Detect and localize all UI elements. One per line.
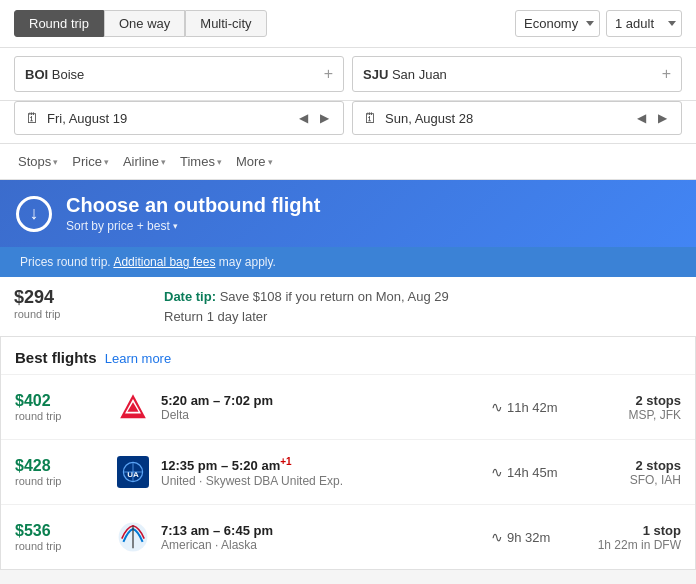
flight-stops-detail-2: 1h 22m in DFW [591, 538, 681, 552]
passengers-select[interactable]: 1 adult 2 adults 3 adults [606, 10, 682, 37]
flight-times-1: 12:35 pm – 5:20 am+1 United · Skywest DB… [161, 456, 481, 487]
times-filter[interactable]: Times ▾ [176, 152, 226, 171]
flight-round-trip-label-2: round trip [15, 540, 105, 552]
sort-chevron-icon: ▾ [173, 221, 178, 231]
date-row: 🗓 Fri, August 19 ◀ ▶ 🗓 Sun, August 28 ◀ … [0, 101, 696, 144]
airline-logo-2 [115, 519, 151, 555]
airline-filter[interactable]: Airline ▾ [119, 152, 170, 171]
flight-airline-name-1: United · Skywest DBA United Exp. [161, 474, 481, 488]
cabin-select[interactable]: Economy Business First [515, 10, 600, 37]
flight-stops-count-1: 2 stops [591, 458, 681, 473]
more-chevron-icon: ▾ [268, 157, 273, 167]
round-trip-button[interactable]: Round trip [14, 10, 104, 37]
flight-airline-name-2: American · Alaska [161, 538, 481, 552]
flight-price-0: $402 round trip [15, 392, 105, 422]
down-arrow-circle: ↓ [16, 196, 52, 232]
depart-cal-icon: 🗓 [25, 110, 39, 126]
depart-date-arrows: ◀ ▶ [295, 109, 333, 127]
sort-by-button[interactable]: Sort by price + best ▾ [66, 219, 320, 233]
depart-date-field[interactable]: 🗓 Fri, August 19 ◀ ▶ [14, 101, 344, 135]
flight-row[interactable]: $428 round trip UA 12:35 pm – 5:20 am+1 … [1, 440, 695, 505]
flight-time-range-1: 12:35 pm – 5:20 am+1 [161, 456, 481, 473]
sort-by-label: Sort by price + best [66, 219, 170, 233]
add-origin-icon[interactable]: + [324, 65, 333, 83]
date-tip-label: Date tip: [164, 289, 216, 304]
flight-stops-0: 2 stops MSP, JFK [591, 393, 681, 422]
top-bar: Round trip One way Multi-city Economy Bu… [0, 0, 696, 48]
main-container: Round trip One way Multi-city Economy Bu… [0, 0, 696, 570]
price-filter[interactable]: Price ▾ [68, 152, 113, 171]
wifi-icon-1: ∿ [491, 464, 503, 480]
destination-field[interactable]: SJU San Juan + [352, 56, 682, 92]
prices-notice-text: Prices round trip. [20, 255, 111, 269]
more-filter-label: More [236, 154, 266, 169]
flight-wifi-0: ∿ 11h 42m [491, 399, 581, 415]
airline-logo-1: UA [115, 454, 151, 490]
multi-city-button[interactable]: Multi-city [185, 10, 266, 37]
flights-list: $402 round trip 5:20 am – 7:02 pm Delta … [1, 375, 695, 569]
bag-fees-link[interactable]: Additional bag fees [113, 255, 215, 269]
return-date-arrows: ◀ ▶ [633, 109, 671, 127]
flight-time-range-2: 7:13 am – 6:45 pm [161, 523, 481, 538]
return-next-arrow[interactable]: ▶ [654, 109, 671, 127]
bag-fees-suffix: may apply. [219, 255, 276, 269]
return-date-text: Sun, August 28 [385, 111, 625, 126]
flight-duration-0: 11h 42m [507, 400, 558, 415]
add-dest-icon[interactable]: + [662, 65, 671, 83]
date-tip-row: $294 round trip Date tip: Save $108 if y… [0, 277, 696, 337]
flight-row[interactable]: $402 round trip 5:20 am – 7:02 pm Delta … [1, 375, 695, 440]
stops-filter[interactable]: Stops ▾ [14, 152, 62, 171]
date-tip-price: $294 round trip [14, 287, 104, 320]
down-arrow-icon: ↓ [30, 203, 39, 224]
one-way-button[interactable]: One way [104, 10, 185, 37]
best-flights-header: Best flights Learn more [1, 337, 695, 375]
prices-notice: Prices round trip. Additional bag fees m… [0, 247, 696, 277]
date-tip-round-trip-label: round trip [14, 308, 104, 320]
flight-price-value-2: $536 [15, 522, 105, 540]
flight-times-0: 5:20 am – 7:02 pm Delta [161, 393, 481, 422]
origin-field[interactable]: BOI Boise + [14, 56, 344, 92]
date-tip-main: Date tip: Save $108 if you return on Mon… [164, 287, 682, 307]
more-filter[interactable]: More ▾ [232, 152, 277, 171]
flight-round-trip-label-0: round trip [15, 410, 105, 422]
best-flights-section: Best flights Learn more $402 round trip … [0, 337, 696, 570]
flight-price-value-0: $402 [15, 392, 105, 410]
flight-stops-detail-1: SFO, IAH [591, 473, 681, 487]
flight-round-trip-label-1: round trip [15, 475, 105, 487]
wifi-icon-2: ∿ [491, 529, 503, 545]
depart-prev-arrow[interactable]: ◀ [295, 109, 312, 127]
search-row: BOI Boise + SJU San Juan + [0, 48, 696, 101]
destination-text: SJU San Juan [363, 67, 447, 82]
flight-stops-detail-0: MSP, JFK [591, 408, 681, 422]
stops-filter-label: Stops [18, 154, 51, 169]
flight-stops-2: 1 stop 1h 22m in DFW [591, 523, 681, 552]
times-chevron-icon: ▾ [217, 157, 222, 167]
trip-options: Economy Business First 1 adult 2 adults … [515, 10, 682, 37]
flight-stops-count-2: 1 stop [591, 523, 681, 538]
depart-next-arrow[interactable]: ▶ [316, 109, 333, 127]
flight-times-2: 7:13 am – 6:45 pm American · Alaska [161, 523, 481, 552]
flight-row[interactable]: $536 round trip 7:13 am – 6:45 pm Americ… [1, 505, 695, 569]
flight-wifi-2: ∿ 9h 32m [491, 529, 581, 545]
flight-price-value-1: $428 [15, 457, 105, 475]
flight-duration-1: 14h 45m [507, 465, 558, 480]
flight-duration-2: 9h 32m [507, 530, 550, 545]
airline-logo-0 [115, 389, 151, 425]
best-flights-title: Best flights [15, 349, 97, 366]
return-date-field[interactable]: 🗓 Sun, August 28 ◀ ▶ [352, 101, 682, 135]
airline-chevron-icon: ▾ [161, 157, 166, 167]
origin-text: BOI Boise [25, 67, 84, 82]
learn-more-link[interactable]: Learn more [105, 351, 171, 366]
wifi-icon-0: ∿ [491, 399, 503, 415]
outbound-banner: ↓ Choose an outbound flight Sort by pric… [0, 180, 696, 247]
date-tip-subtext: Return 1 day later [164, 307, 682, 327]
flight-airline-name-0: Delta [161, 408, 481, 422]
stops-chevron-icon: ▾ [53, 157, 58, 167]
return-prev-arrow[interactable]: ◀ [633, 109, 650, 127]
date-tip-text: Save $108 if you return on Mon, Aug 29 [220, 289, 449, 304]
flight-price-2: $536 round trip [15, 522, 105, 552]
return-cal-icon: 🗓 [363, 110, 377, 126]
airline-filter-label: Airline [123, 154, 159, 169]
price-chevron-icon: ▾ [104, 157, 109, 167]
flight-stops-count-0: 2 stops [591, 393, 681, 408]
